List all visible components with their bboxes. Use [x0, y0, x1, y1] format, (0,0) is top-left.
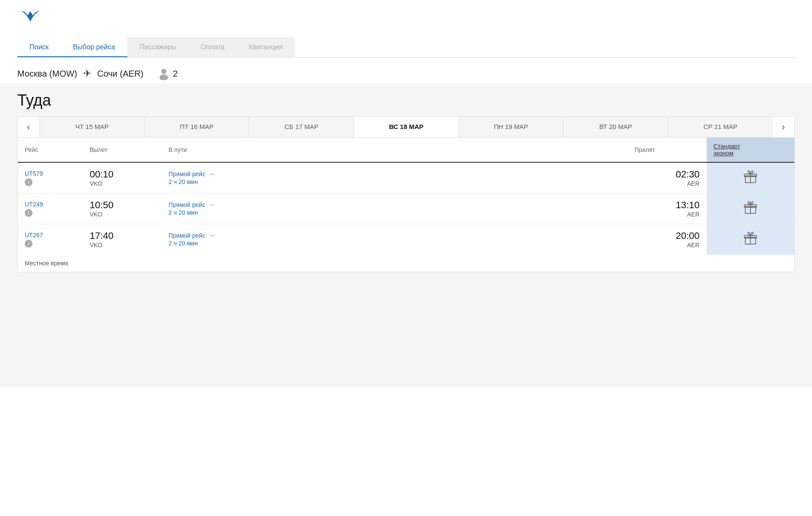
tab-payment[interactable]: Оплата	[188, 37, 237, 57]
flight-1-arr-time: 02:30	[634, 169, 699, 180]
local-time-note: Местное время	[18, 255, 794, 272]
date-next-button[interactable]: ›	[773, 117, 794, 137]
header: Поиск Выбор рейса Пассажиры Оплата Квита…	[0, 0, 812, 58]
flight-2-arr-airport: AER	[634, 211, 699, 218]
flight-2-arrow-icon: →	[209, 201, 215, 208]
tab-receipt[interactable]: Квитанция	[237, 37, 295, 57]
date-sat17[interactable]: СБ 17 МАР	[249, 117, 354, 137]
flight-2-gift-icon[interactable]	[714, 200, 787, 217]
flight-3-price-cell[interactable]	[707, 224, 794, 255]
flight-2-number-cell: UT249 i	[18, 194, 83, 224]
tab-select-flight[interactable]: Выбор рейса	[61, 37, 127, 57]
logo	[17, 8, 795, 37]
col-header-duration: В пути	[162, 138, 627, 162]
date-wed21[interactable]: СР 21 МАР	[668, 117, 773, 137]
direction-label: Туда	[17, 91, 795, 110]
flight-3-arrival: 20:00 AER	[627, 224, 706, 255]
tab-passengers[interactable]: Пассажиры	[127, 37, 188, 57]
date-sun18[interactable]: ВС 18 МАР	[354, 117, 458, 137]
main-section: Туда ‹ ЧТ 15 МАР ПТ 16 МАР СБ 17 МАР ВС …	[0, 84, 812, 387]
flight-3-direct-label: Прямой рейс →	[169, 232, 620, 239]
flight-3-number-link[interactable]: UT267	[25, 232, 43, 239]
flight-3-route-info: Прямой рейс → 2 ч 20 мин	[169, 232, 620, 247]
date-mon19[interactable]: ПН 19 МАР	[458, 117, 563, 137]
flight-1-arrival: 02:30 AER	[627, 162, 706, 194]
flight-1-departure: 00:10 VKO	[83, 162, 162, 194]
flight-2-dep-time: 10:50	[90, 200, 155, 211]
flights-table: Рейс Вылет В пути Прилет Стандартэконом …	[18, 138, 794, 255]
flight-3-dep-time: 17:40	[90, 230, 155, 242]
flight-2-duration: 2 ч 20 мин	[169, 209, 620, 216]
flight-1-dep-time: 00:10	[90, 169, 155, 180]
flight-1-number-cell: UT579 i	[18, 162, 83, 194]
flight-1-gift-icon[interactable]	[714, 170, 787, 187]
flight-2-direct-label: Прямой рейс →	[169, 201, 620, 208]
flight-2-price-cell[interactable]	[707, 194, 794, 224]
flight-2-departure: 10:50 VKO	[83, 194, 162, 224]
flight-1-arr-airport: AER	[634, 180, 699, 187]
col-header-flight: Рейс	[18, 138, 83, 162]
route-bar: Москва (MOW) ✈ Сочи (AER) 2	[0, 58, 812, 84]
flight-2-route-info: Прямой рейс → 2 ч 20 мин	[169, 201, 620, 216]
flight-2-arrival: 13:10 AER	[627, 194, 706, 224]
flight-3-gift-icon[interactable]	[714, 231, 787, 248]
flight-1-duration: 2 ч 20 мин	[169, 178, 620, 185]
flight-2-route: Прямой рейс → 2 ч 20 мин	[162, 194, 627, 224]
col-header-departure: Вылет	[83, 138, 162, 162]
flight-2-info-icon[interactable]: i	[25, 209, 32, 217]
flight-2-number-link[interactable]: UT249	[25, 201, 43, 208]
flight-3-departure: 17:40 VKO	[83, 224, 162, 255]
col-header-arrival: Прилет	[627, 138, 706, 162]
flight-1-arrow-icon: →	[209, 171, 215, 177]
date-prev-button[interactable]: ‹	[18, 117, 39, 137]
date-selector: ‹ ЧТ 15 МАР ПТ 16 МАР СБ 17 МАР ВС 18 МА…	[17, 116, 795, 138]
date-thu15[interactable]: ЧТ 15 МАР	[39, 117, 144, 137]
flight-1-direct-label: Прямой рейс →	[169, 171, 620, 177]
date-tue20[interactable]: ВТ 20 МАР	[563, 117, 668, 137]
flight-3-arr-airport: AER	[634, 242, 699, 248]
tab-search[interactable]: Поиск	[17, 37, 61, 57]
flight-3-dep-airport: VKO	[90, 242, 155, 248]
flight-row-3: UT267 i 17:40 VKO Прямой рейс →	[18, 224, 794, 255]
col-header-standard-econom: Стандартэконом	[707, 138, 794, 162]
flight-3-arrow-icon: →	[209, 232, 215, 239]
flight-1-route-info: Прямой рейс → 2 ч 20 мин	[169, 171, 620, 185]
passenger-count: 2	[173, 69, 178, 79]
flight-2-arr-time: 13:10	[634, 200, 699, 211]
flight-1-route: Прямой рейс → 2 ч 20 мин	[162, 162, 627, 194]
flight-3-arr-time: 20:00	[634, 230, 699, 242]
origin-city: Москва (MOW)	[17, 69, 77, 79]
flight-1-price-cell[interactable]	[707, 162, 794, 194]
flight-direction-icon: ✈	[83, 68, 91, 79]
flight-1-info-icon[interactable]: i	[25, 178, 32, 186]
flight-3-info-icon[interactable]: i	[25, 240, 32, 248]
destination-city: Сочи (AER)	[97, 69, 143, 79]
flight-3-number-cell: UT267 i	[18, 224, 83, 255]
flight-1-number-link[interactable]: UT579	[25, 170, 43, 177]
flight-1-dep-airport: VKO	[90, 180, 155, 187]
flight-row-2: UT249 i 10:50 VKO Прямой рейс →	[18, 194, 794, 224]
flight-3-duration: 2 ч 20 мин	[169, 240, 620, 247]
flight-2-dep-airport: VKO	[90, 211, 155, 218]
nav-tabs: Поиск Выбор рейса Пассажиры Оплата Квита…	[17, 37, 795, 58]
svg-point-1	[159, 74, 168, 80]
flights-table-wrapper: Рейс Вылет В пути Прилет Стандартэконом …	[17, 138, 795, 272]
flight-row-1: UT579 i 00:10 VKO Прямой рейс →	[18, 162, 794, 194]
svg-point-0	[161, 69, 166, 74]
flight-3-route: Прямой рейс → 2 ч 20 мин	[162, 224, 627, 255]
passenger-icon	[157, 67, 170, 80]
date-fri16[interactable]: ПТ 16 МАР	[144, 117, 249, 137]
passenger-info: 2	[157, 67, 178, 80]
